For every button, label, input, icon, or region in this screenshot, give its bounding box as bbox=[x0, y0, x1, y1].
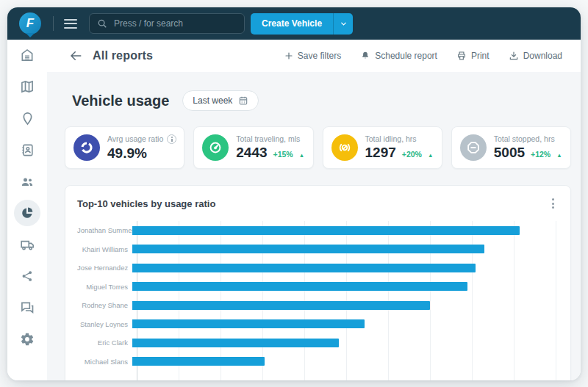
sidebar-item-vehicles[interactable] bbox=[15, 236, 40, 253]
trend-up-icon: ▲ bbox=[556, 152, 562, 159]
create-vehicle-dropdown-button[interactable] bbox=[333, 13, 353, 35]
stat-value: 1297 bbox=[365, 145, 396, 161]
stat-value: 5005 bbox=[494, 145, 525, 161]
stat-label: Total stopped, hrs bbox=[494, 134, 555, 143]
stat-label: Total traveling, mls bbox=[236, 134, 300, 143]
printer-icon bbox=[456, 51, 467, 61]
bar[interactable] bbox=[132, 264, 476, 272]
pie-chart-icon bbox=[20, 206, 35, 220]
search-input[interactable] bbox=[114, 18, 237, 29]
chart-rows: Jonathan SummersKhairi WilliamsJose Hern… bbox=[77, 221, 559, 371]
idle-icon bbox=[337, 140, 353, 156]
bar[interactable] bbox=[132, 339, 339, 347]
donut-ring-icon bbox=[79, 140, 95, 156]
stat-card-usage-ratio: Avrg usage ratio 49.9% bbox=[65, 126, 184, 169]
garage-home-icon bbox=[20, 48, 35, 62]
action-label: Download bbox=[523, 51, 562, 61]
action-label: Schedule report bbox=[375, 51, 437, 61]
chart-row: Eric Clark bbox=[77, 333, 559, 352]
trend-up-icon: ▲ bbox=[299, 152, 304, 159]
bar[interactable] bbox=[132, 226, 520, 235]
bar[interactable] bbox=[132, 245, 484, 253]
bar-track bbox=[132, 319, 559, 328]
bar-track bbox=[132, 264, 559, 272]
main-content: Vehicle usage Last week Avrg usage ratio bbox=[47, 72, 581, 380]
sidebar-item-contacts[interactable] bbox=[15, 142, 40, 158]
stat-value: 49.9% bbox=[107, 145, 147, 162]
bar[interactable] bbox=[132, 357, 265, 366]
action-label: Print bbox=[471, 51, 490, 61]
location-pin-icon bbox=[21, 112, 35, 126]
sidebar-item-share[interactable] bbox=[15, 268, 40, 284]
truck-icon bbox=[20, 237, 35, 253]
stopped-circle bbox=[460, 134, 487, 161]
bar-chart: Jonathan SummersKhairi WilliamsJose Hern… bbox=[77, 221, 559, 380]
stat-delta: +20% bbox=[402, 150, 422, 159]
bar-label: Jose Hernandez bbox=[77, 264, 132, 272]
chart-row: Jonathan Summers bbox=[77, 221, 559, 240]
menu-hamburger-icon[interactable] bbox=[64, 19, 77, 29]
chart-title: Top-10 vehicles by usage ratio bbox=[77, 198, 215, 209]
top-bar: F Create Vehicle bbox=[7, 7, 581, 40]
report-actions: Save filters Schedule report Print Downl… bbox=[284, 51, 562, 61]
stat-card-stopped: Total stopped, hrs 5005 +12% ▲ bbox=[451, 126, 571, 169]
idling-circle bbox=[331, 134, 358, 161]
sidebar-item-settings[interactable] bbox=[15, 331, 40, 347]
arrow-left-icon bbox=[69, 49, 82, 62]
contacts-book-icon bbox=[21, 143, 35, 157]
traveling-circle bbox=[202, 134, 229, 161]
chevron-down-icon bbox=[340, 20, 348, 28]
sidebar-nav bbox=[7, 40, 47, 380]
save-filters-button[interactable]: Save filters bbox=[284, 51, 341, 61]
print-button[interactable]: Print bbox=[456, 51, 490, 61]
bar-track bbox=[132, 301, 559, 310]
stat-delta: +15% bbox=[273, 150, 293, 159]
calendar-icon bbox=[238, 95, 248, 106]
chart-row: Miguel Torres bbox=[77, 278, 559, 297]
usage-ratio-circle bbox=[74, 134, 100, 161]
sidebar-item-home[interactable] bbox=[15, 47, 40, 63]
stat-label: Avrg usage ratio bbox=[107, 134, 163, 143]
top-vehicles-chart-card: Top-10 vehicles by usage ratio Jonathan … bbox=[65, 185, 571, 380]
bar-label: Jonathan Summers bbox=[77, 226, 132, 234]
bar-label: Eric Clark bbox=[77, 339, 132, 347]
stat-delta: +12% bbox=[531, 150, 551, 159]
bar-label: Rodney Shane bbox=[77, 301, 132, 309]
sidebar-item-drivers[interactable] bbox=[15, 173, 40, 189]
bar-track bbox=[132, 339, 559, 347]
stat-label: Total idling, hrs bbox=[365, 134, 417, 143]
page-breadcrumb-title: All reports bbox=[93, 49, 153, 62]
bar-track bbox=[132, 282, 559, 291]
stat-card-traveling: Total traveling, mls 2443 +15% ▲ bbox=[193, 126, 313, 169]
people-icon bbox=[20, 174, 35, 189]
bar-label: Michael Slans bbox=[77, 358, 132, 366]
create-vehicle-split-button: Create Vehicle bbox=[251, 13, 353, 35]
bar[interactable] bbox=[132, 301, 430, 310]
bell-icon bbox=[360, 51, 370, 61]
download-icon bbox=[509, 51, 519, 61]
stop-octagon-icon bbox=[465, 140, 481, 156]
date-range-filter[interactable]: Last week bbox=[182, 90, 259, 111]
schedule-report-button[interactable]: Schedule report bbox=[360, 51, 437, 61]
sidebar-item-messages[interactable] bbox=[15, 300, 40, 316]
sidebar-item-map[interactable] bbox=[15, 79, 40, 95]
bar[interactable] bbox=[132, 282, 467, 291]
chart-menu-kebab-icon[interactable] bbox=[548, 196, 559, 211]
bar-track bbox=[132, 245, 559, 253]
chat-icon bbox=[20, 300, 35, 315]
download-button[interactable]: Download bbox=[509, 51, 562, 61]
stat-card-idling: Total idling, hrs 1297 +20% ▲ bbox=[323, 126, 442, 169]
search-box[interactable] bbox=[89, 13, 245, 34]
report-header: All reports Save filters Schedule report… bbox=[47, 40, 581, 72]
bar[interactable] bbox=[132, 319, 365, 328]
stat-value: 2443 bbox=[236, 145, 267, 161]
back-button[interactable] bbox=[69, 49, 82, 62]
create-vehicle-button[interactable]: Create Vehicle bbox=[251, 13, 333, 35]
bar-track bbox=[132, 357, 559, 366]
sidebar-item-reports[interactable] bbox=[15, 205, 40, 221]
sidebar-item-tracking[interactable] bbox=[15, 110, 40, 126]
app-logo-icon[interactable]: F bbox=[19, 12, 41, 35]
search-icon bbox=[97, 18, 107, 29]
map-icon bbox=[20, 79, 35, 94]
info-icon[interactable] bbox=[167, 134, 176, 144]
